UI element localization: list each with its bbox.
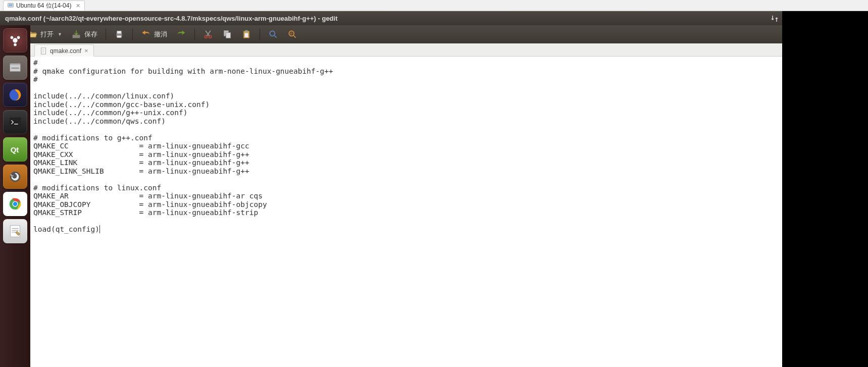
- svg-rect-10: [117, 36, 121, 38]
- find-button[interactable]: [265, 27, 281, 41]
- separator: [132, 29, 133, 40]
- svg-rect-9: [117, 31, 121, 33]
- svg-point-20: [13, 38, 17, 42]
- launcher-qt[interactable]: Qt: [3, 137, 27, 162]
- svg-point-23: [14, 43, 17, 46]
- vm-icon: [8, 3, 14, 9]
- svg-point-18: [270, 31, 275, 36]
- cut-button[interactable]: [200, 27, 216, 41]
- document-tab-label: qmake.conf: [50, 47, 81, 55]
- host-tabbar: Ubuntu 64 位(14-04) ✕: [0, 0, 868, 11]
- separator: [260, 29, 260, 40]
- close-icon[interactable]: ✕: [76, 3, 80, 9]
- document-tab-qmake[interactable]: qmake.conf ×: [34, 44, 94, 57]
- open-label: 打开: [40, 30, 54, 39]
- host-tabbar-overflow: [782, 0, 868, 11]
- svg-point-21: [11, 36, 14, 39]
- editor-textarea[interactable]: # # qmake configuration for building wit…: [30, 57, 868, 367]
- svg-rect-28: [10, 118, 21, 127]
- launcher-chrome[interactable]: [3, 192, 27, 216]
- launcher-files[interactable]: [3, 56, 27, 80]
- svg-point-22: [17, 36, 20, 39]
- launcher-firefox[interactable]: [3, 83, 27, 107]
- document-tabbar: qmake.conf ×: [30, 43, 868, 57]
- copy-button[interactable]: [219, 27, 235, 41]
- file-icon: [40, 47, 47, 55]
- save-label: 保存: [84, 30, 97, 39]
- svg-rect-26: [12, 68, 19, 69]
- undo-label: 撤消: [154, 30, 167, 39]
- svg-point-19: [289, 31, 294, 36]
- open-button[interactable]: 打开 ▼: [24, 27, 65, 41]
- launcher-terminal[interactable]: [3, 110, 27, 134]
- separator: [106, 29, 106, 40]
- gedit-toolbar: 打开 ▼ 保存 撤消: [0, 25, 868, 43]
- launcher-updater[interactable]: [3, 165, 27, 189]
- print-button[interactable]: [111, 27, 127, 41]
- svg-rect-1: [9, 4, 13, 7]
- find-replace-button[interactable]: [284, 27, 300, 41]
- svg-point-34: [13, 202, 17, 206]
- host-tab-label: Ubuntu 64 位(14-04): [16, 2, 71, 10]
- window-titlebar: qmake.conf (~/aarch32/qt-everywhere-open…: [0, 11, 868, 25]
- close-icon[interactable]: ×: [84, 47, 88, 55]
- svg-rect-16: [245, 30, 247, 32]
- svg-rect-14: [226, 33, 230, 38]
- svg-rect-17: [245, 33, 248, 37]
- undo-button[interactable]: 撤消: [138, 27, 170, 41]
- launcher-dash[interactable]: [3, 28, 27, 53]
- paste-button[interactable]: [238, 27, 254, 41]
- network-icon[interactable]: [771, 15, 779, 23]
- redo-button[interactable]: [173, 27, 189, 41]
- svg-text:Qt: Qt: [11, 145, 19, 154]
- unity-launcher: Qt: [0, 25, 30, 367]
- separator: [194, 29, 195, 40]
- launcher-gedit[interactable]: [3, 219, 27, 243]
- window-title: qmake.conf (~/aarch32/qt-everywhere-open…: [5, 15, 338, 22]
- host-black-area: [782, 11, 868, 367]
- chevron-down-icon[interactable]: ▼: [58, 32, 62, 37]
- host-tab-ubuntu[interactable]: Ubuntu 64 位(14-04) ✕: [3, 1, 85, 11]
- save-button[interactable]: 保存: [68, 27, 100, 41]
